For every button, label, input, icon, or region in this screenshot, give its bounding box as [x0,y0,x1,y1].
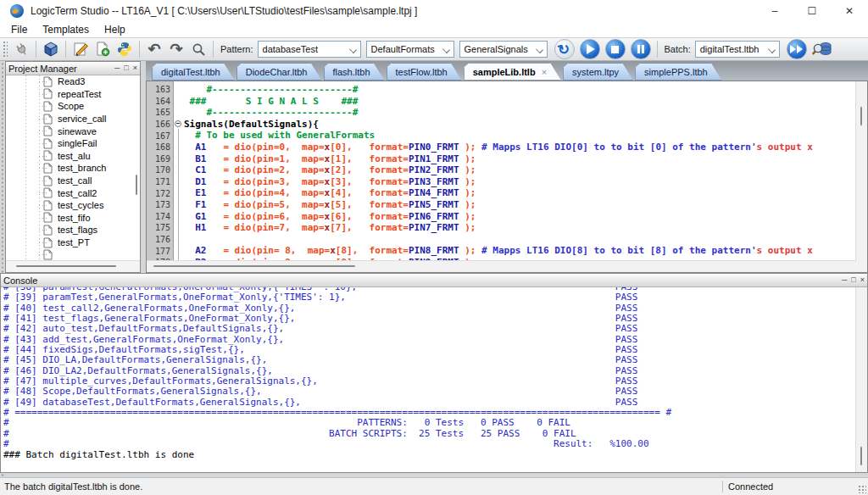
tab-simplePPS.ltbh[interactable]: simplePPS.ltbh [635,63,722,81]
fold-column [174,187,184,199]
refresh-button[interactable]: ↻ [554,39,575,59]
toolbar-drag-handle[interactable] [2,41,8,58]
project-manager-title: Project Manager [8,64,77,74]
window-title: LogicTerm Studio -- LT16A_V1 [ C:\Users\… [31,5,417,17]
fold-column [174,142,184,153]
run-button[interactable] [580,39,600,59]
resize-grip[interactable] [858,485,866,493]
tree-item-test_cycles[interactable]: test_cycles [6,199,140,212]
maximize-button[interactable]: ☐ [793,0,831,22]
new-script-button[interactable] [92,39,114,59]
connect-button[interactable] [10,39,32,59]
tab-close-icon[interactable]: × [542,67,547,77]
menu-templates[interactable]: Templates [35,24,97,36]
menu-help[interactable]: Help [97,24,133,36]
database-search-icon [812,41,832,58]
toolbar-separator [657,41,658,58]
tree-item-label: test_branch [58,163,106,173]
tree-item-test_PT[interactable]: test_PT [6,236,140,249]
panel-minimize-icon[interactable]: ─ [842,276,847,284]
signals-combobox[interactable]: GeneralSignals [459,41,548,58]
tab-digitalTest.ltbh[interactable]: digitalTest.ltbh [152,63,235,81]
panel-close-icon[interactable]: × [860,276,865,284]
code-text: E1 = dio(pin=4, map=x[4], format=PIN4_FR… [184,187,476,199]
tree-item-test_flags[interactable]: test_flags [6,224,140,236]
code-text: #-------------------------# [184,107,358,119]
tab-DiodeChar.ltbh[interactable]: DiodeChar.ltbh [236,63,322,81]
console-line: # [48] Scope,DefaultFormats,GeneralSigna… [3,387,671,397]
tree-item-test_branch[interactable]: test_branch [6,162,140,175]
tree-item-clipped[interactable] [6,248,140,261]
database-search-button[interactable] [810,39,835,59]
pause-button[interactable] [631,39,651,59]
console-output[interactable]: # [38] paramTest,GeneralFormats,OneForma… [1,287,855,472]
tree-item-Scope[interactable]: Scope [6,100,140,113]
formats-combobox[interactable]: DefaultFormats [366,41,454,58]
editor-horizontal-scrollbar[interactable] [147,260,856,272]
line-number: 171 [147,177,174,186]
status-divider [722,481,723,492]
editor-vertical-scrollbar[interactable] [855,81,867,261]
panel-close-icon[interactable]: × [133,64,137,72]
tree-item-test_call[interactable]: test_call [6,175,140,187]
search-button[interactable] [187,39,209,59]
fold-column [174,234,184,246]
line-number: 175 [147,223,174,232]
undo-button[interactable]: ↶ [143,39,165,59]
project-manager-panel: Project Manager ─ □ × Read3repeatTestSco… [5,61,141,273]
tree-item-service_call[interactable]: service_call [6,113,140,125]
tree-branch-line [39,81,48,82]
toolbar-separator [65,41,66,58]
code-line: 177 A2 = dio(pin= 8, map=x[8], format=PI… [147,245,855,257]
build-button[interactable] [40,39,62,59]
tree-item-Read3[interactable]: Read3 [6,75,140,88]
close-button[interactable]: ✕ [831,0,868,22]
stop-button[interactable] [605,39,626,59]
run-batch-button[interactable] [787,39,807,59]
python-button[interactable] [114,39,136,59]
code-editor[interactable]: 163 #-------------------------#164 ### S… [146,81,868,273]
code-line: 165 #-------------------------# [147,107,855,119]
batch-combobox[interactable]: digitalTest.ltbh [695,41,780,58]
chevron-down-icon [442,46,450,53]
panel-maximize-icon[interactable]: □ [851,276,855,284]
tree-item-label: test_flags [58,225,97,235]
tree-vertical-scrollbar[interactable] [136,175,137,195]
minimize-button[interactable]: – [756,0,793,22]
tree-item-singleFail[interactable]: singleFail [6,137,140,150]
panel-minimize-icon[interactable]: ─ [114,64,120,72]
tree-item-test_call2[interactable]: test_call2 [6,186,140,199]
tab-sampleLib.ltlb[interactable]: sampleLib.ltlb× [464,63,561,81]
code-text: B1 = dio(pin=1, map=x[1], format=PIN1_FR… [184,153,476,165]
tab-flash.ltbh[interactable]: flash.ltbh [324,63,385,81]
fold-column [174,107,184,119]
fold-column [174,222,184,234]
redo-button[interactable]: ↷ [165,39,187,59]
tab-label: flash.ltbh [333,67,370,77]
tree-item-test_fifo[interactable]: test_fifo [6,212,140,225]
pattern-combobox[interactable]: databaseTest [258,41,361,58]
fold-collapse-icon[interactable] [175,120,181,127]
tree-branch-line [39,94,48,95]
tree-item-label: Scope [58,101,84,111]
tree-item-sinewave[interactable]: sinewave [6,125,140,137]
tree-item-test_alu[interactable]: test_alu [6,150,140,163]
tree-item-repeatTest[interactable]: repeatTest [6,88,140,101]
tab-testFlow.ltbh[interactable]: testFlow.ltbh [387,63,462,81]
tab-system.ltpy[interactable]: system.ltpy [563,63,633,81]
fold-column [174,199,184,211]
tree-horizontal-scrollbar[interactable] [6,260,140,272]
redo-icon: ↷ [170,42,182,57]
tree-item-label: test_cycles [58,200,103,210]
menu-file[interactable]: File [3,24,35,36]
panel-maximize-icon[interactable]: □ [124,64,128,72]
chevron-down-icon [349,46,357,53]
line-number: 176 [147,235,174,244]
status-bar: The batch digitalTest.ltbh is done. Conn… [0,477,868,495]
line-number: 172 [147,189,174,198]
console-line: # [39] paramTest,GeneralFormats,OneForma… [3,292,671,303]
edit-button[interactable] [70,39,92,59]
fold-column [174,96,184,108]
console-vertical-scrollbar[interactable] [855,287,867,472]
tab-label: simplePPS.ltbh [644,67,708,77]
